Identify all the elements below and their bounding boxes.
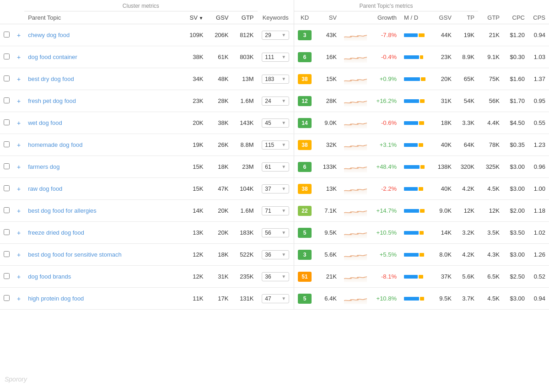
row-checkbox-input[interactable] [4,75,10,81]
keywords-badge[interactable]: 111 ▼ [262,53,289,62]
row-checkbox-cell[interactable] [0,178,13,200]
row-expand-cell[interactable]: + [13,266,24,288]
keywords-badge[interactable]: 71 ▼ [262,206,289,215]
row-expand-cell[interactable]: + [13,112,24,134]
row-expand-cell[interactable]: + [13,156,24,178]
keywords-badge[interactable]: 45 ▼ [262,118,289,128]
keywords-cell[interactable]: 61 ▼ [258,156,294,178]
expand-icon[interactable]: + [17,185,21,193]
row-expand-cell[interactable]: + [13,178,24,200]
row-checkbox-input[interactable] [4,185,10,191]
row-checkbox-cell[interactable] [0,156,13,178]
topic-link[interactable]: wet dog food [28,119,62,126]
row-expand-cell[interactable]: + [13,200,24,222]
row-checkbox-input[interactable] [4,119,10,125]
row-checkbox-cell[interactable] [0,112,13,134]
topic-link[interactable]: freeze dried dog food [28,229,84,236]
keywords-cell[interactable]: 183 ▼ [258,68,294,90]
keywords-cell[interactable]: 24 ▼ [258,90,294,112]
row-checkbox-input[interactable] [4,229,10,235]
row-expand-cell[interactable]: + [13,46,24,68]
keywords-badge[interactable]: 115 ▼ [262,140,289,150]
expand-icon[interactable]: + [17,295,21,302]
row-checkbox-input[interactable] [4,207,10,213]
dropdown-arrow-icon[interactable]: ▼ [281,142,286,147]
row-checkbox-input[interactable] [4,97,10,103]
row-checkbox-input[interactable] [4,141,10,147]
topic-link[interactable]: chewy dog food [28,32,70,38]
keywords-cell[interactable]: 111 ▼ [258,46,294,68]
dropdown-arrow-icon[interactable]: ▼ [281,76,286,81]
dropdown-arrow-icon[interactable]: ▼ [281,274,286,279]
dropdown-arrow-icon[interactable]: ▼ [281,296,286,301]
expand-icon[interactable]: + [17,163,21,171]
row-expand-cell[interactable]: + [13,134,24,156]
keywords-cell[interactable]: 56 ▼ [258,222,294,244]
topic-link[interactable]: homemade dog food [28,141,82,148]
topic-link[interactable]: best dog food for sensitive stomach [28,251,122,258]
topic-link[interactable]: high protein dog food [28,295,84,302]
row-checkbox-cell[interactable] [0,222,13,244]
row-checkbox-cell[interactable] [0,90,13,112]
dropdown-arrow-icon[interactable]: ▼ [281,230,286,235]
expand-icon[interactable]: + [17,97,21,105]
row-checkbox-cell[interactable] [0,200,13,222]
keywords-badge[interactable]: 37 ▼ [262,184,289,193]
row-checkbox-input[interactable] [4,295,10,301]
row-checkbox-cell[interactable] [0,46,13,68]
topic-link[interactable]: raw dog food [28,185,62,192]
th-sv[interactable]: SV [182,11,207,24]
topic-link[interactable]: dog food container [28,54,77,60]
dropdown-arrow-icon[interactable]: ▼ [281,98,286,103]
row-expand-cell[interactable]: + [13,222,24,244]
keywords-cell[interactable]: 36 ▼ [258,266,294,288]
row-checkbox-input[interactable] [4,251,10,257]
expand-icon[interactable]: + [17,75,21,83]
expand-icon[interactable]: + [17,251,21,258]
dropdown-arrow-icon[interactable]: ▼ [281,32,286,38]
row-expand-cell[interactable]: + [13,24,24,46]
row-expand-cell[interactable]: + [13,244,24,266]
dropdown-arrow-icon[interactable]: ▼ [281,120,286,125]
dropdown-arrow-icon[interactable]: ▼ [281,164,286,169]
topic-link[interactable]: best dog food for allergies [28,207,97,214]
dropdown-arrow-icon[interactable]: ▼ [281,252,286,257]
row-checkbox-cell[interactable] [0,266,13,288]
expand-icon[interactable]: + [17,119,21,127]
keywords-cell[interactable]: 71 ▼ [258,200,294,222]
row-checkbox-input[interactable] [4,273,10,279]
row-checkbox-cell[interactable] [0,288,13,310]
row-expand-cell[interactable]: + [13,68,24,90]
row-checkbox-cell[interactable] [0,24,13,46]
row-checkbox-cell[interactable] [0,134,13,156]
keywords-cell[interactable]: 115 ▼ [258,134,294,156]
topic-link[interactable]: farmers dog [28,163,59,170]
keywords-cell[interactable]: 45 ▼ [258,112,294,134]
keywords-badge[interactable]: 183 ▼ [262,75,289,84]
keywords-badge[interactable]: 61 ▼ [262,162,289,172]
keywords-cell[interactable]: 37 ▼ [258,178,294,200]
keywords-cell[interactable]: 36 ▼ [258,244,294,266]
row-checkbox-cell[interactable] [0,68,13,90]
dropdown-arrow-icon[interactable]: ▼ [281,186,286,191]
topic-link[interactable]: best dry dog food [28,75,74,82]
topic-link[interactable]: fresh pet dog food [28,97,76,104]
row-expand-cell[interactable]: + [13,288,24,310]
topic-link[interactable]: dog food brands [28,273,71,280]
expand-icon[interactable]: + [17,54,21,61]
row-checkbox-cell[interactable] [0,244,13,266]
expand-icon[interactable]: + [17,32,21,39]
row-checkbox-input[interactable] [4,32,10,38]
expand-icon[interactable]: + [17,141,21,149]
keywords-cell[interactable]: 29 ▼ [258,24,294,46]
row-checkbox-input[interactable] [4,54,10,59]
keywords-badge[interactable]: 56 ▼ [262,228,289,237]
dropdown-arrow-icon[interactable]: ▼ [281,54,286,59]
keywords-badge[interactable]: 47 ▼ [262,294,289,303]
row-checkbox-input[interactable] [4,163,10,169]
keywords-cell[interactable]: 47 ▼ [258,288,294,310]
expand-icon[interactable]: + [17,207,21,215]
row-expand-cell[interactable]: + [13,90,24,112]
keywords-badge[interactable]: 36 ▼ [262,250,289,259]
dropdown-arrow-icon[interactable]: ▼ [281,208,286,213]
